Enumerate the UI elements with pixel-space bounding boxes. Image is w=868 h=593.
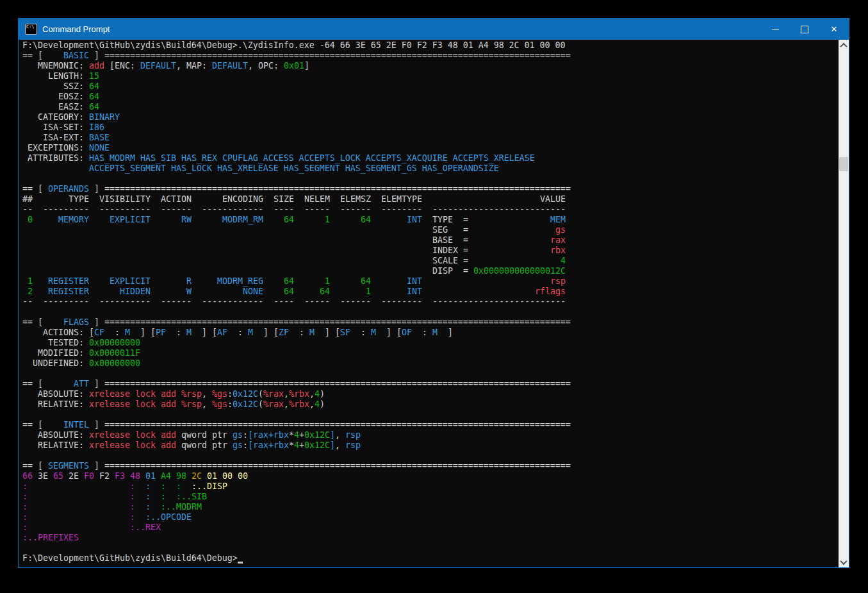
text-segment: ] <box>330 430 335 440</box>
text-segment: 0x01 <box>284 61 304 71</box>
text-segment: MEMORY <box>58 215 89 225</box>
text-segment: : <box>22 522 28 533</box>
minimize-button[interactable] <box>760 19 790 40</box>
text-segment: : <box>145 492 151 502</box>
terminal-line: EOSZ: 64 <box>22 92 839 102</box>
text-segment: INTEL <box>43 420 89 430</box>
text-segment: SCALE = <box>432 256 468 266</box>
text-segment: ELEMTYPE <box>381 194 422 205</box>
text-segment: == [ <box>22 461 43 471</box>
text-segment: -- <box>22 205 33 215</box>
text-segment: ------ <box>161 205 192 215</box>
text-segment: : <box>422 328 427 338</box>
terminal-line: ##TYPEVISIBILITYACTIONENCODINGSIZENELEME… <box>22 194 839 205</box>
text-segment: 2C <box>192 471 202 481</box>
text-segment: ========================================… <box>104 420 571 430</box>
text-segment: ] <box>89 461 104 471</box>
text-segment: 64 <box>89 102 99 112</box>
chevron-up-icon <box>840 42 847 49</box>
text-segment: :..PREFIXES <box>22 533 79 543</box>
terminal-line: == [ INTEL ] ===========================… <box>22 420 839 430</box>
text-segment: INDEX = <box>432 246 468 256</box>
text-segment: ISA-EXT: <box>22 133 89 143</box>
terminal-line: ACTIONS: [CF:M] [PF:M] [AF:M] [ZF:M] [SF… <box>22 328 839 338</box>
text-segment: 0x00000000 <box>89 338 140 348</box>
text-segment: %gs <box>212 399 227 410</box>
scrollbar-thumb[interactable] <box>839 157 848 171</box>
text-segment: M <box>248 328 253 338</box>
text-segment: DISP = <box>432 266 468 276</box>
terminal-line: SEG =gs <box>22 225 839 235</box>
titlebar[interactable]: C:\ Command Prompt ✕ <box>19 19 849 40</box>
text-segment: LENGTH: <box>22 71 89 81</box>
text-segment: DEFAULT <box>212 61 248 71</box>
text-segment: ( <box>258 389 263 399</box>
text-segment: %rbx <box>289 389 309 399</box>
scroll-up-button[interactable] <box>839 40 849 51</box>
text-segment: :..REX <box>130 522 161 533</box>
text-segment: == [ <box>22 184 43 194</box>
terminal-line: ATTRIBUTES: HAS_MODRM HAS_SIB HAS_REX CP… <box>22 153 839 163</box>
text-cursor <box>238 553 243 564</box>
terminal-line: DISP =0x000000000000012C <box>22 266 839 276</box>
terminal-line: SCALE =4 <box>22 256 839 266</box>
text-segment: %gs <box>212 389 227 399</box>
terminal-line: ISA-EXT: BASE <box>22 133 839 143</box>
scroll-down-button[interactable] <box>839 556 849 567</box>
terminal-line: ::::..MODRM <box>22 502 839 512</box>
text-segment: 4 <box>294 430 299 440</box>
text-segment: F2 <box>99 471 110 481</box>
text-segment: ] <box>89 184 104 194</box>
text-segment: 0x12C <box>304 440 330 451</box>
text-segment: ========================================… <box>104 184 571 194</box>
text-segment: , <box>202 399 212 410</box>
text-segment: --------- <box>43 297 89 307</box>
text-segment: HAS_MODRM HAS_SIB HAS_REX CPUFLAG_ACCESS… <box>89 153 535 163</box>
text-segment: M <box>371 328 376 338</box>
terminal-line: == [ FLAGS ] ===========================… <box>22 317 839 328</box>
text-segment: : <box>115 328 120 338</box>
terminal-line: 2REGISTERHIDDENWNONE64641INTrflags <box>22 287 839 297</box>
text-segment: : <box>130 481 135 492</box>
text-segment: ## <box>22 194 33 205</box>
text-segment: add <box>89 61 104 71</box>
text-segment: ABSOLUTE: <box>22 389 89 399</box>
close-button[interactable]: ✕ <box>819 19 849 40</box>
text-segment: == [ <box>22 379 43 389</box>
text-segment: gs <box>555 225 566 235</box>
text-segment: MODIFIED: <box>22 348 89 358</box>
text-segment: rflags <box>535 287 566 297</box>
terminal-output[interactable]: F:\Development\GitHub\zydis\Build64\Debu… <box>19 40 839 567</box>
text-segment: 64 <box>89 92 99 102</box>
text-segment: 64 <box>361 276 371 287</box>
terminal-line <box>22 307 839 317</box>
terminal-line: ::::::..DISP <box>22 481 839 492</box>
text-segment: xrelease lock add <box>89 430 181 440</box>
scrollbar[interactable] <box>839 40 849 567</box>
text-segment: ] [ <box>325 328 340 338</box>
terminal-line <box>22 451 839 461</box>
text-segment: -------------------------- <box>432 297 566 307</box>
text-segment: == [ <box>22 420 43 430</box>
cmd-icon[interactable]: C:\ <box>25 24 37 35</box>
text-segment: M <box>125 328 130 338</box>
terminal-line <box>22 543 839 553</box>
text-segment: ACTIONS: [ <box>22 328 94 338</box>
text-segment: CF <box>94 328 104 338</box>
text-segment: ------------ <box>202 205 263 215</box>
maximize-button[interactable] <box>790 19 819 40</box>
text-segment: PF <box>156 328 166 338</box>
text-segment: BASE <box>89 133 110 143</box>
text-segment: EXPLICIT <box>110 276 151 287</box>
text-segment: ------ <box>161 297 192 307</box>
text-segment: %rax <box>263 389 284 399</box>
text-segment: I86 <box>89 122 104 133</box>
text-segment: ---------- <box>99 297 151 307</box>
text-segment: EXCEPTIONS: <box>22 143 89 153</box>
text-segment: , <box>309 389 315 399</box>
text-segment: ATT <box>43 379 89 389</box>
text-segment: :..MODRM <box>161 502 202 512</box>
terminal-line <box>22 410 839 420</box>
text-segment: : <box>243 440 248 451</box>
terminal-line: EXCEPTIONS: NONE <box>22 143 839 153</box>
